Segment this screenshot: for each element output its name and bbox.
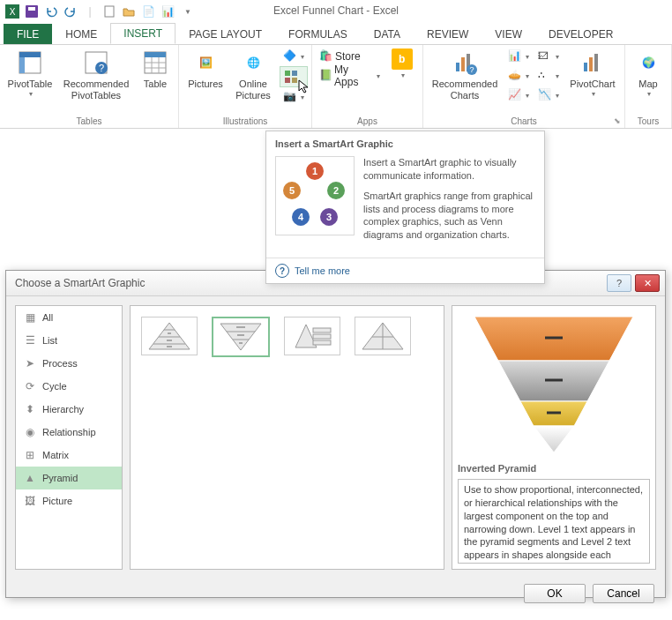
group-charts: ?Recommended Charts 📊▾ 🥧▾ 📈▾ 🗠▾ ∴▾ 📉▾ Pi…	[423, 45, 625, 128]
quickprint-icon[interactable]: 📄	[139, 3, 157, 20]
excel-icon[interactable]: X	[4, 3, 21, 20]
svg-text:?: ?	[99, 63, 104, 73]
undo-icon[interactable]	[42, 3, 60, 20]
svg-rect-17	[285, 71, 290, 76]
pivottable-label: PivotTable	[8, 78, 53, 90]
svg-rect-18	[292, 71, 297, 76]
qat-divider: |	[81, 3, 99, 20]
svg-rect-6	[19, 52, 41, 57]
svg-rect-12	[145, 52, 166, 57]
group-tours: 🌍Map▾ Tours	[625, 45, 672, 128]
group-apps-label: Apps	[316, 116, 419, 127]
tab-view[interactable]: VIEW	[482, 24, 535, 44]
svg-rect-26	[584, 63, 587, 71]
group-tours-label: Tours	[629, 116, 668, 127]
recommended-pivottables-button[interactable]: ?Recommended PivotTables	[58, 47, 134, 103]
svg-text:X: X	[10, 7, 16, 17]
area-chart-button[interactable]: 🗠▾	[534, 47, 563, 66]
table-label: Table	[144, 78, 167, 90]
save-icon[interactable]	[23, 3, 41, 20]
pictures-button[interactable]: 🖼️Pictures	[183, 47, 228, 92]
charts-dialog-launcher-icon[interactable]: ⬊	[612, 116, 623, 127]
myapps-button[interactable]: 📗My Apps▾	[316, 66, 384, 86]
new-icon[interactable]	[101, 3, 118, 20]
map-label: Map	[638, 78, 657, 90]
svg-rect-28	[594, 54, 598, 71]
svg-rect-19	[285, 78, 290, 83]
recpivot-label: Recommended PivotTables	[63, 78, 130, 101]
svg-rect-7	[19, 57, 25, 73]
open-icon[interactable]	[120, 3, 138, 20]
recommended-charts-button[interactable]: ?Recommended Charts	[427, 47, 503, 103]
column-chart-button[interactable]: 📊▾	[504, 47, 533, 66]
svg-rect-3	[28, 7, 35, 11]
table-button[interactable]: Table	[136, 47, 175, 92]
online-pictures-label: Online Pictures	[235, 78, 271, 101]
group-tables: PivotTable▾ ?Recommended PivotTables Tab…	[0, 45, 179, 128]
tab-pagelayout[interactable]: PAGE LAYOUT	[175, 24, 275, 44]
screenshot-button[interactable]: 📷▾	[280, 87, 308, 107]
ribbon-tabs: FILE HOME INSERT PAGE LAYOUT FORMULAS DA…	[0, 23, 672, 44]
group-apps: 🛍️Store 📗My Apps▾ b▾ Apps	[312, 45, 423, 128]
tab-insert[interactable]: INSERT	[110, 23, 175, 44]
bing-button[interactable]: b▾	[385, 47, 419, 82]
group-charts-label: Charts⬊	[427, 116, 621, 127]
shapes-button[interactable]: 🔷▾	[280, 47, 308, 66]
tab-formulas[interactable]: FORMULAS	[275, 24, 361, 44]
svg-rect-20	[292, 78, 297, 83]
svg-rect-4	[105, 6, 114, 17]
group-illus-label: Illustrations	[183, 116, 308, 127]
qat-customize-icon[interactable]: ▼	[178, 3, 196, 20]
reccharts-label: Recommended Charts	[432, 78, 498, 101]
pivottable-button[interactable]: PivotTable▾	[4, 47, 56, 101]
group-illustrations: 🖼️Pictures 🌐Online Pictures 🔷▾ 📷▾ Illust…	[179, 45, 312, 128]
svg-rect-22	[461, 57, 465, 71]
scatter-chart-button[interactable]: ∴▾	[534, 66, 563, 86]
ribbon: PivotTable▾ ?Recommended PivotTables Tab…	[0, 44, 672, 129]
tab-review[interactable]: REVIEW	[414, 24, 482, 44]
tab-data[interactable]: DATA	[361, 24, 414, 44]
svg-rect-27	[589, 57, 593, 71]
svg-text:?: ?	[469, 65, 474, 74]
group-tables-label: Tables	[4, 116, 175, 127]
other-charts-button[interactable]: 📉▾	[534, 86, 563, 105]
window-title: Excel Funnel Chart - Excel	[273, 4, 399, 17]
tab-file[interactable]: FILE	[4, 24, 52, 44]
pivotchart-label: PivotChart	[570, 78, 615, 90]
bar-chart-button[interactable]: 📈▾	[504, 86, 533, 105]
tab-developer[interactable]: DEVELOPER	[535, 24, 626, 44]
pictures-label: Pictures	[188, 78, 223, 90]
store-label: Store	[335, 50, 361, 63]
pie-chart-button[interactable]: 🥧▾	[504, 66, 533, 86]
redo-icon[interactable]	[62, 3, 79, 20]
myapps-label: My Apps	[334, 63, 372, 88]
sort-icon[interactable]: 📊	[159, 3, 176, 20]
svg-rect-21	[456, 63, 459, 71]
pivotchart-button[interactable]: PivotChart▾	[564, 47, 621, 101]
smartart-button[interactable]	[280, 66, 308, 87]
map-button[interactable]: 🌍Map▾	[629, 47, 668, 101]
online-pictures-button[interactable]: 🌐Online Pictures	[230, 47, 276, 103]
tab-home[interactable]: HOME	[52, 24, 110, 44]
